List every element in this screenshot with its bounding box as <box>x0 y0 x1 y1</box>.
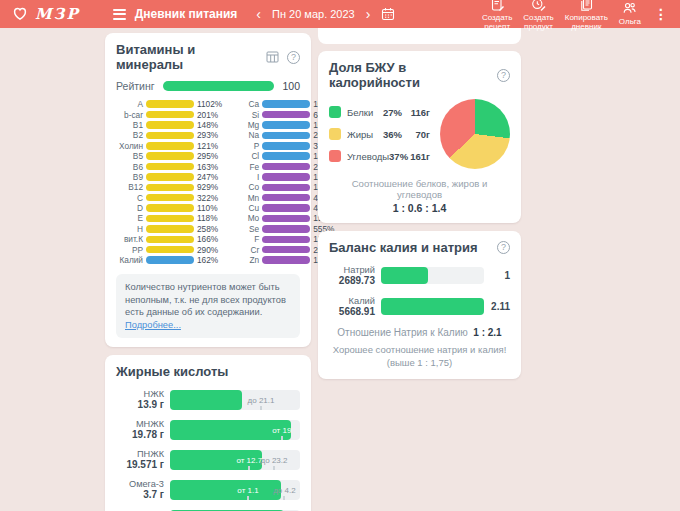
nutrient-label: Fe <box>232 162 262 172</box>
bju-body: Белки27%116гЖиры36%70гУглеводы37%161г <box>329 99 510 169</box>
balance-card: Баланс калия и натрия ? Натрий2689.731Ка… <box>318 231 521 379</box>
norm-max-label: до 23.2 <box>261 455 288 464</box>
date-navigation: ‹ Пн 20 мар. 2023 › <box>254 7 395 21</box>
nutrient-value: 293% <box>194 130 222 140</box>
nutrient-bar <box>262 204 310 212</box>
page-title: Дневник питания <box>135 7 238 21</box>
fatty-acid-value: 13.9 г <box>116 399 164 410</box>
mineral-label: Калий5668.91 <box>329 296 381 317</box>
nutrient-row: B2293% <box>116 130 222 140</box>
nutrient-bar <box>262 121 310 129</box>
create-recipe-button[interactable]: Создатьрецепт <box>482 0 512 31</box>
right-column: Доля БЖУ в калорийности ? Белки27%116гЖи… <box>318 33 521 387</box>
nutrient-label: Mn <box>232 193 262 203</box>
nutrient-label: Se <box>232 224 262 234</box>
nutrient-row: B12929% <box>116 182 222 192</box>
norm-max-label: до 4.2 <box>273 485 295 494</box>
nutrient-label: Cr <box>232 245 262 255</box>
mineral-amount: 5668.91 <box>329 306 375 317</box>
note-more-link[interactable]: Подробнее... <box>125 320 181 330</box>
fatty-acid-row: Омега-33.7 гот 1.1до 4.2 <box>116 479 300 500</box>
nutrient-value: 162% <box>194 255 222 265</box>
nutrient-row: Калий162% <box>116 255 222 265</box>
macro-grams: 161г <box>408 151 430 162</box>
mineral-name: Калий <box>329 296 375 306</box>
calendar-icon[interactable] <box>381 7 395 21</box>
nutrient-value: 148% <box>194 120 222 130</box>
fatty-acids-card-title: Жирные кислоты <box>116 364 300 379</box>
nutrient-label: F <box>232 234 262 244</box>
macro-percent: 36% <box>378 129 402 140</box>
nutrient-bar <box>146 256 194 264</box>
nutrient-bar <box>262 132 310 140</box>
norm-min-label: от 1.1 <box>237 485 258 494</box>
copy-diary-button[interactable]: Копироватьдневник <box>565 0 608 31</box>
nutrient-bar <box>262 194 310 202</box>
app-logo[interactable]: МЗР <box>8 5 80 23</box>
nutrient-bar <box>262 173 310 181</box>
nutrient-label: вит.К <box>116 234 146 244</box>
copy-icon <box>579 0 594 12</box>
chevron-left-icon[interactable]: ‹ <box>254 7 263 21</box>
nutrient-row: H258% <box>116 224 222 234</box>
fatty-acid-label: МНЖК19.78 г <box>116 419 170 440</box>
nutrient-value: 258% <box>194 224 222 234</box>
nutrient-bar <box>146 142 194 150</box>
mineral-balance-row: Калий5668.912.11 <box>329 296 510 317</box>
user-icon <box>622 1 637 16</box>
nutrient-bar <box>146 215 194 223</box>
macro-row: Жиры36%70г <box>329 128 430 140</box>
nutrient-label: B2 <box>116 130 146 140</box>
nutrient-value: 110% <box>194 203 222 213</box>
sodium-potassium-ratio-line: Отношение Натрия к Калию 1 : 2.1 <box>329 327 510 338</box>
fatty-acid-track: от 12.7до 23.2 <box>170 450 300 470</box>
nutrient-bar <box>146 132 194 140</box>
nutrients-grid: A1102%b-car201%B1148%B2293%Холин121%B529… <box>116 99 300 265</box>
nutrient-label: Cl <box>232 151 262 161</box>
nutrient-label: b-car <box>116 110 146 120</box>
balance-help-icon[interactable]: ? <box>497 241 510 254</box>
create-product-button[interactable]: Создатьпродукт <box>523 0 553 31</box>
fatty-acid-value: 19.78 г <box>116 429 164 440</box>
mineral-name: Натрий <box>329 265 375 275</box>
bju-help-icon[interactable]: ? <box>497 69 510 82</box>
norm-tick <box>281 436 283 440</box>
nutrient-bar <box>146 236 194 244</box>
fatty-acid-track: до 21.1 <box>170 390 300 410</box>
kebab-menu-icon[interactable]: ⋮ <box>652 6 672 22</box>
macro-label: Жиры <box>347 129 378 140</box>
norm-min-label: от 19 <box>272 425 291 434</box>
chevron-right-icon[interactable]: › <box>364 7 373 21</box>
macro-grams: 70г <box>402 129 430 140</box>
norm-tick <box>248 466 250 470</box>
left-column: Витамины и минералы ? Рейтинг 100 A1102%… <box>105 33 311 511</box>
nutrient-row: C322% <box>116 193 222 203</box>
current-date[interactable]: Пн 20 мар. 2023 <box>272 8 355 20</box>
nutrient-label: Zn <box>232 255 262 265</box>
nutrient-label: Калий <box>116 255 146 265</box>
table-view-icon[interactable] <box>266 51 279 63</box>
norm-tick <box>260 406 262 410</box>
nutrient-bar <box>146 163 194 171</box>
fatty-acid-label: НЖК13.9 г <box>116 389 170 410</box>
fatty-acid-fill <box>170 480 281 500</box>
nutrient-bar <box>262 142 310 150</box>
vitamins-help-icon[interactable]: ? <box>287 51 300 64</box>
rating-value: 100 <box>282 80 300 92</box>
vitamins-card-title: Витамины и минералы <box>116 42 258 72</box>
nutrient-label: Co <box>232 182 262 192</box>
bju-card: Доля БЖУ в калорийности ? Белки27%116гЖи… <box>318 51 521 223</box>
rating-row: Рейтинг 100 <box>116 80 300 92</box>
nutrient-value: 166% <box>194 234 222 244</box>
mineral-fill <box>381 298 484 315</box>
balance-comment: Хорошее соотношение натрия и калия! (выш… <box>329 344 510 370</box>
nutrient-bar <box>262 163 310 171</box>
macro-label: Углеводы <box>347 151 389 162</box>
nutrient-bar <box>146 225 194 233</box>
nutrient-bar <box>262 225 310 233</box>
hamburger-menu-icon[interactable] <box>113 9 126 20</box>
nutrient-label: B1 <box>116 120 146 130</box>
nutrients-note: Количество нутриентов может быть неполны… <box>116 274 300 338</box>
fatty-acid-name: Омега-3 <box>116 479 164 489</box>
profile-button[interactable]: Ольга <box>619 1 641 26</box>
